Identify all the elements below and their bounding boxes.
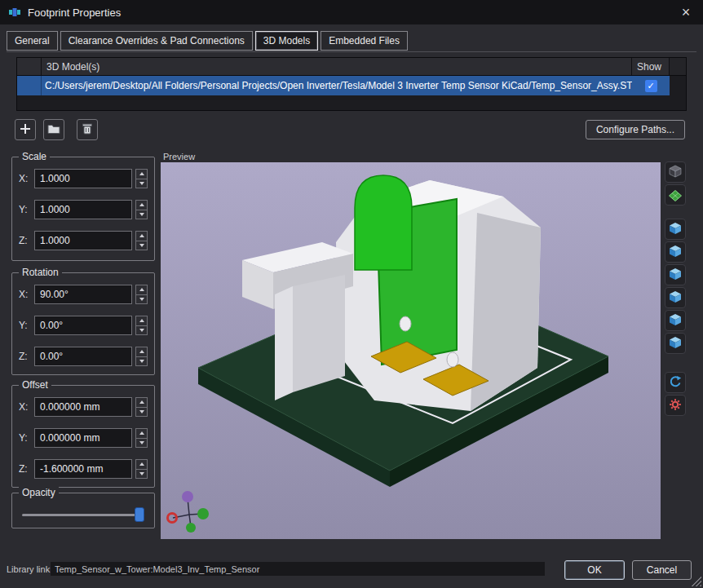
view-front-button[interactable] [665, 219, 686, 240]
tab-clearance-overrides[interactable]: Clearance Overrides & Pad Connections [60, 31, 253, 51]
model-table: 3D Model(s) Show C:/Users/jerem/Desktop/… [16, 57, 687, 111]
rotation-z-spinner [135, 347, 148, 366]
scale-z-label: Z: [19, 235, 31, 246]
delete-model-button[interactable] [77, 119, 98, 140]
opacity-group-title: Opacity [19, 487, 59, 498]
browse-model-button[interactable] [43, 119, 64, 140]
blue-cube-icon [668, 290, 683, 307]
view-bottom-button[interactable] [665, 333, 686, 354]
spin-up-icon[interactable] [136, 347, 147, 357]
spin-down-icon[interactable] [136, 439, 147, 448]
sensor-tab [355, 175, 412, 270]
blue-cube-icon [668, 221, 683, 238]
rotation-x-label: X: [19, 289, 31, 300]
library-link-value: Temp_Sensor_w_Tower:Model3_Inv_Temp_Sens… [51, 562, 545, 576]
reload-model-button[interactable] [665, 372, 686, 393]
footprint-editor-icon [8, 6, 21, 19]
opacity-slider-track[interactable] [22, 514, 144, 516]
model-table-row[interactable]: C:/Users/jerem/Desktop/All Folders/Perso… [17, 76, 686, 95]
cancel-button[interactable]: Cancel [632, 560, 692, 580]
show-board-layers-button[interactable] [665, 184, 686, 206]
show-model-checkbox[interactable]: ✓ [645, 80, 657, 92]
spin-down-icon[interactable] [136, 295, 147, 304]
configure-paths-button[interactable]: Configure Paths... [586, 120, 685, 139]
close-icon[interactable]: × [677, 5, 695, 20]
spin-up-icon[interactable] [136, 429, 147, 439]
spin-up-icon[interactable] [136, 170, 147, 179]
view-left-button[interactable] [665, 264, 686, 285]
tab-underline [7, 51, 696, 52]
rotation-z-input[interactable] [34, 347, 132, 366]
rotation-group: Rotation X: Y: Z: [11, 272, 155, 375]
spin-up-icon[interactable] [136, 316, 147, 326]
scale-group: Scale X: Y: Z: [11, 157, 155, 261]
scale-group-title: Scale [19, 151, 50, 162]
spin-up-icon[interactable] [136, 398, 147, 408]
spin-up-icon[interactable] [136, 285, 147, 295]
opacity-slider-handle[interactable] [135, 507, 144, 522]
spin-down-icon[interactable] [136, 470, 147, 479]
tab-embedded-files[interactable]: Embedded Files [321, 31, 408, 51]
blue-cube-icon [668, 335, 683, 352]
axis-gizmo [168, 491, 210, 533]
spin-down-icon[interactable] [136, 210, 147, 219]
offset-z-input[interactable] [34, 459, 132, 479]
scale-x-label: X: [19, 173, 31, 184]
spin-up-icon[interactable] [136, 201, 147, 210]
preview-label: Preview [163, 152, 195, 161]
offset-y-label: Y: [19, 432, 31, 444]
spin-up-icon[interactable] [136, 232, 147, 241]
offset-z-label: Z: [19, 463, 31, 475]
view-right-button[interactable] [665, 287, 686, 308]
rotation-y-label: Y: [19, 320, 31, 331]
offset-group-title: Offset [19, 379, 51, 391]
offset-x-label: X: [19, 401, 31, 413]
offset-y-spinner [135, 428, 148, 448]
scale-z-input[interactable] [34, 231, 132, 250]
table-scroll-gutter[interactable] [670, 58, 686, 75]
spin-down-icon[interactable] [136, 241, 147, 250]
axis-y2-ball [186, 523, 196, 533]
opacity-group: Opacity [11, 493, 155, 528]
spin-up-icon[interactable] [136, 460, 147, 470]
rotation-y-input[interactable] [34, 316, 132, 335]
show-cell: ✓ [632, 76, 670, 95]
row-indicator-column [17, 58, 42, 75]
rotation-z-label: Z: [19, 351, 31, 362]
blue-cube-icon [668, 244, 683, 261]
opacity-slider[interactable] [22, 506, 144, 521]
tab-general[interactable]: General [7, 31, 58, 51]
rotation-y-spinner [135, 316, 148, 335]
plus-icon [18, 122, 33, 139]
add-model-button[interactable] [15, 119, 36, 140]
scale-x-input[interactable] [34, 169, 132, 188]
gear-icon [668, 397, 683, 414]
spin-down-icon[interactable] [136, 326, 147, 335]
axis-z-ball [182, 491, 193, 502]
preview-scene [161, 162, 661, 539]
rotation-x-input[interactable] [34, 285, 132, 304]
column-header-models: 3D Model(s) [42, 58, 632, 75]
tab-3d-models[interactable]: 3D Models [255, 31, 318, 51]
offset-y-input[interactable] [34, 428, 132, 448]
show-bounding-box-button[interactable] [665, 161, 686, 183]
preview-settings-button[interactable] [665, 395, 686, 416]
spin-down-icon[interactable] [136, 357, 147, 366]
axis-y-ball [197, 508, 209, 519]
library-link-label: Library link: [7, 564, 52, 574]
scale-y-input[interactable] [34, 200, 132, 219]
resize-grip[interactable] [692, 577, 701, 586]
refresh-icon [668, 374, 683, 391]
offset-z-spinner [135, 459, 148, 479]
view-top-button[interactable] [665, 310, 686, 331]
spin-down-icon[interactable] [136, 179, 147, 188]
model-path-cell[interactable]: C:/Users/jerem/Desktop/All Folders/Perso… [42, 76, 632, 95]
ok-button[interactable]: OK [564, 560, 625, 580]
model-table-header: 3D Model(s) Show [17, 58, 686, 76]
view-back-button[interactable] [665, 241, 686, 263]
preview-3d-canvas[interactable] [161, 162, 661, 539]
titlebar[interactable]: Footprint Properties × [0, 0, 703, 24]
spin-down-icon[interactable] [136, 408, 147, 417]
offset-x-input[interactable] [34, 397, 132, 417]
tabbar: General Clearance Overrides & Pad Connec… [7, 31, 696, 51]
